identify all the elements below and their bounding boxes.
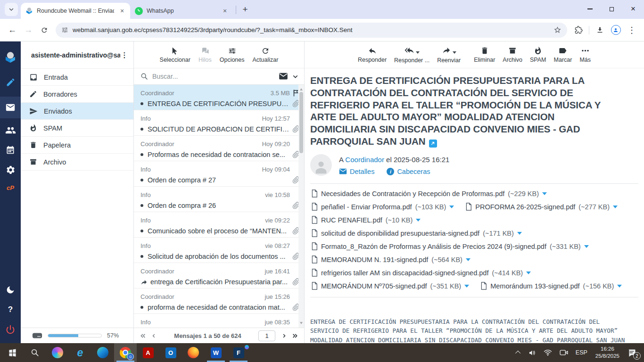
- settings-nav-button[interactable]: [0, 160, 21, 180]
- scroll-up-arrow-icon[interactable]: [300, 87, 303, 90]
- volume-button[interactable]: [525, 343, 539, 362]
- attachment-menu-caret-icon[interactable]: [526, 272, 531, 277]
- notifications-button[interactable]: 2: [624, 343, 642, 362]
- taskbar-search-button[interactable]: [24, 343, 46, 362]
- forward-caret-icon[interactable]: [453, 51, 456, 56]
- site-info-icon[interactable]: [61, 26, 68, 33]
- message-row[interactable]: CoordinadorHoy 09:20 Proformas de necesi…: [134, 136, 304, 161]
- select-button[interactable]: Seleccionar: [160, 47, 190, 63]
- last-page-button[interactable]: [291, 332, 299, 339]
- first-page-button[interactable]: [139, 332, 147, 339]
- recipient-link[interactable]: Coordinador: [345, 156, 384, 164]
- details-toggle[interactable]: Detalles: [339, 168, 374, 175]
- cpanel-link[interactable]: cP: [0, 180, 21, 196]
- prev-page-button[interactable]: [150, 332, 157, 339]
- tray-expand-button[interactable]: [513, 343, 524, 362]
- folder-entrada[interactable]: Entrada: [21, 69, 133, 86]
- more-button[interactable]: Más: [579, 46, 591, 63]
- folder-enviados[interactable]: Enviados: [21, 103, 133, 120]
- taskbar-chrome[interactable]: ☺: [114, 343, 137, 362]
- search-options-chevron-icon[interactable]: [292, 74, 298, 80]
- message-row[interactable]: Coordinador3.5 MB ENTREGA DE CERTIFICACI…: [134, 85, 304, 110]
- extensions-button[interactable]: [571, 23, 586, 38]
- scrollbar-thumb[interactable]: [299, 92, 303, 153]
- compose-button[interactable]: [0, 72, 21, 92]
- folder-papelera[interactable]: Papelera: [21, 137, 133, 154]
- message-row[interactable]: Infovie 09:22 Comunicado sobre el proces…: [134, 212, 304, 238]
- logout-button[interactable]: [0, 320, 21, 339]
- options-button[interactable]: Opciones: [220, 47, 245, 63]
- search-scope-envelope-icon[interactable]: [279, 73, 288, 80]
- new-tab-button[interactable]: +: [239, 3, 251, 16]
- attachment-menu-caret-icon[interactable]: [449, 206, 454, 211]
- attachment-menu-caret-icon[interactable]: [613, 206, 618, 211]
- attachment-menu-caret-icon[interactable]: [464, 285, 469, 290]
- tab-whatsapp[interactable]: WhatsApp ×: [130, 3, 233, 19]
- message-row[interactable]: InfoHoy 12:57 SOLICITUD DE APROBACION DE…: [134, 110, 304, 136]
- tab-roundcube[interactable]: Roundcube Webmail :: Enviados ×: [21, 3, 130, 19]
- attachment-chip[interactable]: solicitud de disponibilidad presupuestar…: [311, 227, 522, 240]
- message-row[interactable]: Coordinadorjue 16:41 entrega de Certific…: [134, 263, 304, 288]
- downloads-button[interactable]: [592, 23, 607, 38]
- attachment-chip[interactable]: Formato_8_Razón de Proformas y Análisis …: [311, 240, 589, 253]
- mail-nav-button[interactable]: [0, 97, 21, 118]
- attachment-chip[interactable]: PROFORMA 26-2025-signed.pdf(~277 KB): [465, 200, 618, 214]
- attachment-menu-caret-icon[interactable]: [584, 245, 589, 250]
- refresh-button[interactable]: Actualizar: [253, 47, 279, 63]
- attachment-menu-caret-icon[interactable]: [517, 232, 522, 237]
- page-number-input[interactable]: 1: [258, 330, 275, 341]
- attachment-chip[interactable]: refrigerios taller AM sin discapacidad-s…: [311, 266, 531, 280]
- taskbar-edge[interactable]: [91, 343, 114, 362]
- attachment-menu-caret-icon[interactable]: [542, 192, 547, 197]
- threads-button[interactable]: Hilos: [198, 47, 212, 63]
- reply-button[interactable]: Responder: [358, 46, 387, 63]
- window-close-button[interactable]: ×: [622, 0, 644, 18]
- taskbar-word[interactable]: W: [205, 343, 227, 362]
- taskbar-fes-app[interactable]: F: [227, 343, 250, 362]
- folder-archivo[interactable]: Archivo: [21, 154, 133, 171]
- tab-search-button[interactable]: [5, 3, 18, 16]
- taskbar-internet-explorer[interactable]: e: [69, 343, 91, 362]
- attachment-menu-caret-icon[interactable]: [466, 258, 471, 263]
- taskbar-acrobat[interactable]: A: [137, 343, 159, 362]
- attachment-chip[interactable]: peñafiel - Enviar Proforma.pdf(~103 KB): [311, 200, 454, 214]
- tab-close-icon[interactable]: ×: [118, 7, 126, 15]
- taskbar-clock[interactable]: 16:2625/8/2025: [592, 343, 623, 362]
- network-button[interactable]: [540, 343, 555, 362]
- back-button[interactable]: ←: [5, 23, 20, 38]
- address-bar[interactable]: webmail.sanjuan.gob.ec/cpsess7831249225/…: [56, 23, 567, 38]
- open-in-new-window-icon[interactable]: [429, 140, 437, 148]
- bookmark-star-icon[interactable]: [553, 26, 561, 34]
- meet-now-button[interactable]: [556, 343, 571, 362]
- spam-button[interactable]: SPAM: [530, 46, 546, 63]
- delete-button[interactable]: Eliminar: [474, 46, 495, 63]
- message-row[interactable]: InfoHoy 09:04 Orden de compra # 27: [134, 161, 304, 187]
- mark-button[interactable]: Marcar: [554, 46, 572, 63]
- start-button[interactable]: [1, 343, 24, 362]
- taskbar-outlook[interactable]: O: [159, 343, 182, 362]
- archive-button[interactable]: Archivo: [503, 46, 522, 63]
- headers-toggle[interactable]: i Cabeceras: [387, 168, 430, 175]
- list-scrollbar[interactable]: [298, 85, 304, 328]
- forward-button[interactable]: →: [21, 23, 36, 38]
- attachment-chip[interactable]: MEMORANDUM N. 191-signed.pdf(~564 KB): [311, 253, 471, 266]
- attachment-chip[interactable]: MEMORÁNDUM Nº705-signed.pdf(~351 KB): [311, 280, 469, 293]
- folder-spam[interactable]: SPAM: [21, 120, 133, 137]
- contacts-nav-button[interactable]: [0, 120, 21, 140]
- account-menu-button[interactable]: ⋮: [120, 51, 129, 59]
- message-row[interactable]: Infovie 08:27 Solicitud de aprobación de…: [134, 238, 304, 263]
- attachment-menu-caret-icon[interactable]: [416, 219, 421, 224]
- attachment-chip[interactable]: RUC PENAFIEL.pdf(~10 KB): [311, 214, 421, 227]
- taskbar-firefox[interactable]: [182, 343, 205, 362]
- profile-button[interactable]: [608, 23, 623, 38]
- url-text[interactable]: webmail.sanjuan.gob.ec/cpsess7831249225/…: [73, 26, 549, 33]
- window-restore-button[interactable]: [601, 0, 622, 18]
- scroll-down-arrow-icon[interactable]: [300, 322, 303, 326]
- next-page-button[interactable]: [281, 332, 288, 339]
- language-indicator[interactable]: ESP: [572, 343, 591, 362]
- forward-button[interactable]: Reenviar: [437, 46, 461, 64]
- message-row[interactable]: Infovie 10:58 Orden de compra # 26: [134, 187, 304, 212]
- tab-close-icon[interactable]: ×: [221, 7, 229, 15]
- reply-all-caret-icon[interactable]: [416, 51, 420, 56]
- window-minimize-button[interactable]: [579, 0, 601, 18]
